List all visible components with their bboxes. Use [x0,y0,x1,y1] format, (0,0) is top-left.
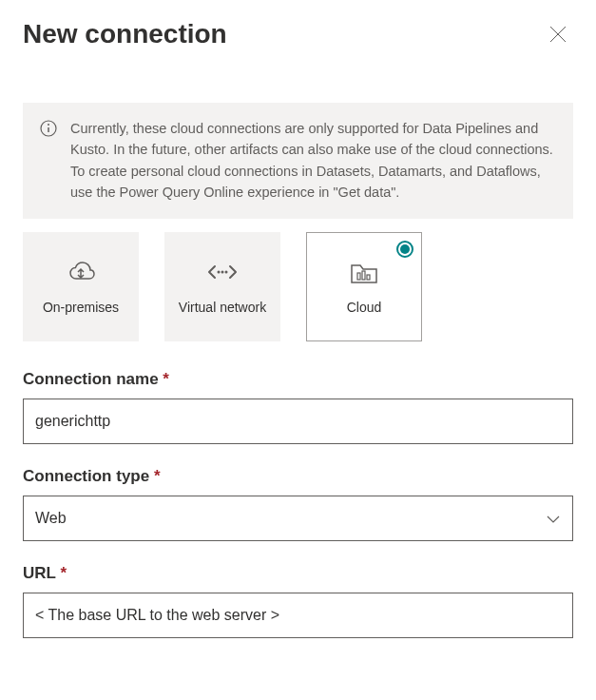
info-banner: Currently, these cloud connections are o… [23,103,573,219]
connection-type-label: Connection type * [23,467,573,486]
svg-rect-9 [362,271,365,280]
selected-indicator [396,241,413,258]
close-icon [548,25,567,44]
connection-type-select[interactable]: Web [23,496,573,541]
required-asterisk: * [163,370,169,388]
info-icon [40,120,57,204]
tile-label: Cloud [347,299,382,316]
field-url: URL * [23,564,573,638]
connection-name-input[interactable] [23,399,573,444]
required-asterisk: * [60,564,67,582]
page-title: New connection [23,19,227,49]
url-label: URL * [23,564,573,583]
svg-point-3 [48,124,49,126]
dialog-header: New connection [23,19,573,49]
url-input[interactable] [23,593,573,638]
svg-point-7 [225,271,228,274]
tile-on-premises[interactable]: On-premises [23,232,139,341]
required-asterisk: * [154,467,161,485]
cloud-sync-icon [64,257,98,287]
field-connection-name: Connection name * [23,370,573,444]
field-connection-type: Connection type * Web [23,467,573,541]
connection-type-tiles: On-premises Virtual network Cloud [23,232,573,341]
tile-label: Virtual network [179,299,266,316]
svg-rect-8 [357,273,360,280]
tile-cloud[interactable]: Cloud [306,232,422,341]
svg-point-5 [218,271,221,274]
cloud-folder-icon [348,257,380,287]
svg-point-6 [221,271,224,274]
connection-name-label: Connection name * [23,370,573,389]
tile-virtual-network[interactable]: Virtual network [164,232,280,341]
info-text: Currently, these cloud connections are o… [70,118,556,204]
svg-rect-10 [367,275,370,280]
tile-label: On-premises [43,299,119,316]
close-button[interactable] [543,19,573,49]
network-icon [207,257,238,287]
